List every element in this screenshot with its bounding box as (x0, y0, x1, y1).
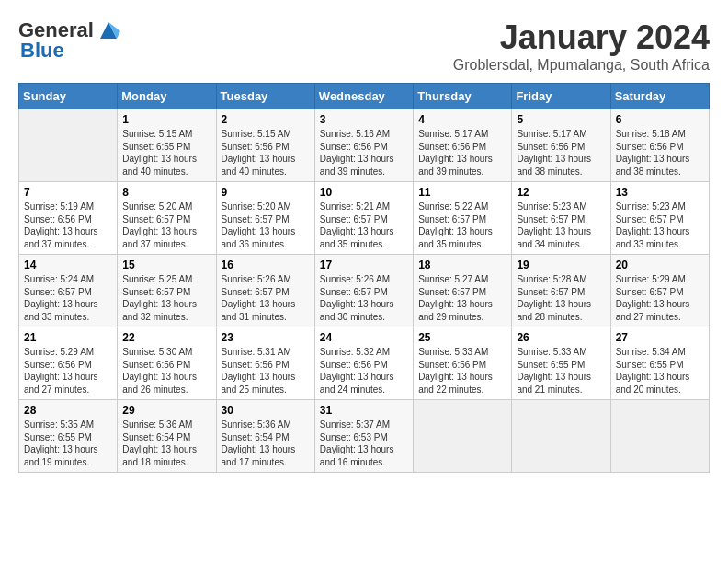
calendar-cell: 26Sunrise: 5:33 AM Sunset: 6:55 PM Dayli… (512, 327, 610, 400)
day-number: 18 (418, 259, 506, 271)
calendar-cell: 17Sunrise: 5:26 AM Sunset: 6:57 PM Dayli… (314, 255, 413, 327)
calendar-cell: 5Sunrise: 5:17 AM Sunset: 6:56 PM Daylig… (512, 109, 610, 182)
calendar-cell: 25Sunrise: 5:33 AM Sunset: 6:56 PM Dayli… (414, 327, 512, 400)
day-number: 15 (122, 259, 210, 271)
calendar-cell: 7Sunrise: 5:19 AM Sunset: 6:56 PM Daylig… (19, 182, 118, 255)
calendar-cell (512, 400, 610, 473)
day-number: 2 (222, 113, 310, 126)
day-info: Sunrise: 5:24 AM Sunset: 6:57 PM Dayligh… (24, 273, 112, 323)
location-text: Groblersdal, Mpumalanga, South Africa (453, 57, 710, 74)
calendar-cell: 15Sunrise: 5:25 AM Sunset: 6:57 PM Dayli… (118, 255, 216, 327)
day-info: Sunrise: 5:32 AM Sunset: 6:56 PM Dayligh… (320, 346, 408, 396)
day-info: Sunrise: 5:30 AM Sunset: 6:56 PM Dayligh… (122, 346, 210, 396)
calendar-cell: 20Sunrise: 5:29 AM Sunset: 6:57 PM Dayli… (610, 255, 709, 327)
day-info: Sunrise: 5:20 AM Sunset: 6:57 PM Dayligh… (222, 201, 310, 250)
day-info: Sunrise: 5:19 AM Sunset: 6:56 PM Dayligh… (24, 201, 112, 250)
day-info: Sunrise: 5:16 AM Sunset: 6:56 PM Dayligh… (320, 128, 408, 178)
header-thursday: Thursday (414, 84, 512, 109)
month-title: January 2024 (453, 18, 710, 57)
calendar-table: SundayMondayTuesdayWednesdayThursdayFrid… (18, 83, 710, 473)
day-number: 7 (24, 186, 112, 199)
day-number: 13 (616, 186, 704, 199)
day-number: 20 (616, 259, 704, 271)
day-number: 30 (222, 404, 310, 417)
calendar-cell: 11Sunrise: 5:22 AM Sunset: 6:57 PM Dayli… (414, 182, 512, 255)
day-info: Sunrise: 5:17 AM Sunset: 6:56 PM Dayligh… (517, 128, 605, 178)
calendar-cell: 24Sunrise: 5:32 AM Sunset: 6:56 PM Dayli… (314, 327, 413, 400)
day-number: 9 (222, 186, 310, 199)
day-info: Sunrise: 5:37 AM Sunset: 6:53 PM Dayligh… (320, 419, 408, 468)
header-friday: Friday (512, 84, 610, 109)
day-info: Sunrise: 5:21 AM Sunset: 6:57 PM Dayligh… (320, 201, 408, 250)
day-number: 5 (517, 113, 605, 126)
day-info: Sunrise: 5:26 AM Sunset: 6:57 PM Dayligh… (320, 273, 408, 323)
calendar-cell: 19Sunrise: 5:28 AM Sunset: 6:57 PM Dayli… (512, 255, 610, 327)
logo: General Blue (18, 18, 120, 63)
header-sunday: Sunday (19, 84, 118, 109)
day-number: 26 (517, 331, 605, 344)
day-info: Sunrise: 5:15 AM Sunset: 6:55 PM Dayligh… (122, 128, 210, 178)
logo-icon (97, 18, 120, 42)
title-block: January 2024 Groblersdal, Mpumalanga, So… (453, 18, 710, 74)
day-number: 19 (517, 259, 605, 271)
day-info: Sunrise: 5:29 AM Sunset: 6:56 PM Dayligh… (24, 346, 112, 396)
calendar-cell: 12Sunrise: 5:23 AM Sunset: 6:57 PM Dayli… (512, 182, 610, 255)
day-number: 24 (320, 331, 408, 344)
calendar-cell: 6Sunrise: 5:18 AM Sunset: 6:56 PM Daylig… (610, 109, 709, 182)
day-number: 29 (122, 404, 210, 417)
day-info: Sunrise: 5:23 AM Sunset: 6:57 PM Dayligh… (517, 201, 605, 250)
calendar-cell: 30Sunrise: 5:36 AM Sunset: 6:54 PM Dayli… (216, 400, 314, 473)
day-info: Sunrise: 5:33 AM Sunset: 6:56 PM Dayligh… (418, 346, 506, 396)
calendar-week-2: 7Sunrise: 5:19 AM Sunset: 6:56 PM Daylig… (19, 182, 710, 255)
calendar-cell: 23Sunrise: 5:31 AM Sunset: 6:56 PM Dayli… (216, 327, 314, 400)
calendar-cell: 14Sunrise: 5:24 AM Sunset: 6:57 PM Dayli… (19, 255, 118, 327)
day-info: Sunrise: 5:17 AM Sunset: 6:56 PM Dayligh… (418, 128, 506, 178)
calendar-cell: 22Sunrise: 5:30 AM Sunset: 6:56 PM Dayli… (118, 327, 216, 400)
day-number: 23 (222, 331, 310, 344)
calendar-cell: 28Sunrise: 5:35 AM Sunset: 6:55 PM Dayli… (19, 400, 118, 473)
calendar-cell: 16Sunrise: 5:26 AM Sunset: 6:57 PM Dayli… (216, 255, 314, 327)
header-tuesday: Tuesday (216, 84, 314, 109)
day-number: 12 (517, 186, 605, 199)
calendar-cell: 21Sunrise: 5:29 AM Sunset: 6:56 PM Dayli… (19, 327, 118, 400)
calendar-cell: 1Sunrise: 5:15 AM Sunset: 6:55 PM Daylig… (118, 109, 216, 182)
calendar-week-3: 14Sunrise: 5:24 AM Sunset: 6:57 PM Dayli… (19, 255, 710, 327)
day-number: 17 (320, 259, 408, 271)
calendar-cell: 8Sunrise: 5:20 AM Sunset: 6:57 PM Daylig… (118, 182, 216, 255)
calendar-cell: 27Sunrise: 5:34 AM Sunset: 6:55 PM Dayli… (610, 327, 709, 400)
day-info: Sunrise: 5:25 AM Sunset: 6:57 PM Dayligh… (122, 273, 210, 323)
calendar-cell: 10Sunrise: 5:21 AM Sunset: 6:57 PM Dayli… (314, 182, 413, 255)
header-saturday: Saturday (610, 84, 709, 109)
day-info: Sunrise: 5:35 AM Sunset: 6:55 PM Dayligh… (24, 419, 112, 468)
page-header: General Blue January 2024 Groblersdal, M… (18, 18, 710, 74)
calendar-cell: 29Sunrise: 5:36 AM Sunset: 6:54 PM Dayli… (118, 400, 216, 473)
calendar-cell: 2Sunrise: 5:15 AM Sunset: 6:56 PM Daylig… (216, 109, 314, 182)
day-info: Sunrise: 5:15 AM Sunset: 6:56 PM Dayligh… (222, 128, 310, 178)
day-number: 1 (122, 113, 210, 126)
calendar-week-5: 28Sunrise: 5:35 AM Sunset: 6:55 PM Dayli… (19, 400, 710, 473)
day-info: Sunrise: 5:18 AM Sunset: 6:56 PM Dayligh… (616, 128, 704, 178)
day-number: 4 (418, 113, 506, 126)
day-info: Sunrise: 5:26 AM Sunset: 6:57 PM Dayligh… (222, 273, 310, 323)
header-monday: Monday (118, 84, 216, 109)
calendar-header-row: SundayMondayTuesdayWednesdayThursdayFrid… (19, 84, 710, 109)
day-number: 16 (222, 259, 310, 271)
day-info: Sunrise: 5:28 AM Sunset: 6:57 PM Dayligh… (517, 273, 605, 323)
day-info: Sunrise: 5:27 AM Sunset: 6:57 PM Dayligh… (418, 273, 506, 323)
calendar-cell: 31Sunrise: 5:37 AM Sunset: 6:53 PM Dayli… (314, 400, 413, 473)
calendar-week-1: 1Sunrise: 5:15 AM Sunset: 6:55 PM Daylig… (19, 109, 710, 182)
day-number: 14 (24, 259, 112, 271)
day-info: Sunrise: 5:31 AM Sunset: 6:56 PM Dayligh… (222, 346, 310, 396)
calendar-cell: 3Sunrise: 5:16 AM Sunset: 6:56 PM Daylig… (314, 109, 413, 182)
day-info: Sunrise: 5:20 AM Sunset: 6:57 PM Dayligh… (122, 201, 210, 250)
day-number: 25 (418, 331, 506, 344)
day-info: Sunrise: 5:34 AM Sunset: 6:55 PM Dayligh… (616, 346, 704, 396)
day-number: 11 (418, 186, 506, 199)
calendar-week-4: 21Sunrise: 5:29 AM Sunset: 6:56 PM Dayli… (19, 327, 710, 400)
calendar-cell (414, 400, 512, 473)
day-number: 10 (320, 186, 408, 199)
day-info: Sunrise: 5:22 AM Sunset: 6:57 PM Dayligh… (418, 201, 506, 250)
day-info: Sunrise: 5:36 AM Sunset: 6:54 PM Dayligh… (222, 419, 310, 468)
day-number: 8 (122, 186, 210, 199)
day-info: Sunrise: 5:23 AM Sunset: 6:57 PM Dayligh… (616, 201, 704, 250)
